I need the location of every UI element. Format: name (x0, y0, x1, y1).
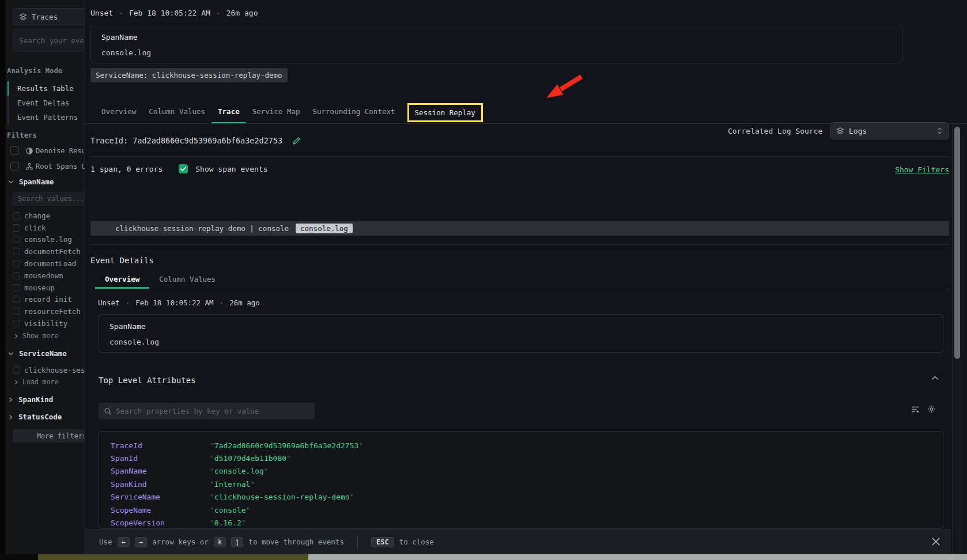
more-filters-button[interactable]: More filters (13, 429, 85, 442)
filter-value-label: change (24, 211, 50, 220)
filter-value-item: visibility (13, 317, 85, 330)
filter-value-checkbox[interactable] (13, 320, 20, 327)
tab-surrounding-context[interactable]: Surrounding Context (307, 107, 402, 123)
scrollbar-thumb[interactable] (954, 127, 960, 359)
attribute-value[interactable]: "Internal" (210, 480, 255, 489)
attribute-key[interactable]: ServiceName (111, 493, 210, 501)
layers-icon (19, 13, 27, 21)
mode-results-table[interactable]: Results Table (7, 81, 85, 96)
esc-key[interactable]: ESC (371, 537, 394, 547)
filter-value-checkbox[interactable] (13, 260, 20, 267)
chevron-right-icon (14, 380, 18, 385)
attribute-row: ScopeName"console" (99, 504, 943, 516)
filter-value-checkbox[interactable] (13, 224, 20, 232)
layers-icon (836, 127, 844, 135)
filter-value-label: resourceFetch (24, 307, 81, 316)
sidebar-search-input[interactable] (13, 29, 85, 51)
attribute-key[interactable]: SpanId (111, 454, 210, 463)
filter-value-checkbox[interactable] (13, 308, 20, 315)
root-spans-checkbox[interactable] (10, 162, 19, 171)
j-key[interactable]: j (231, 537, 243, 547)
statuscode-section-header[interactable]: StatusCode (8, 413, 62, 421)
service-name-badge[interactable]: ServiceName: clickhouse-session-replay-d… (90, 68, 288, 82)
filter-value-item: documentLoad (13, 258, 85, 270)
top-level-attributes-title: Top Level Attributes (99, 376, 196, 385)
event-relative-time: 26m ago (229, 298, 260, 307)
arrow-right-key[interactable]: → (135, 537, 147, 547)
spanname-value-search-input[interactable] (13, 192, 85, 205)
filter-value-checkbox[interactable] (13, 212, 20, 220)
analysis-mode-label: Analysis Mode (7, 67, 63, 75)
sidebar-search[interactable] (13, 29, 85, 52)
mode-event-deltas[interactable]: Event Deltas (7, 96, 85, 110)
spankind-section-header[interactable]: SpanKind (8, 395, 53, 404)
waterfall-label: clickhouse-session-replay-demo | console (115, 224, 289, 233)
attribute-key[interactable]: SpanName (111, 467, 210, 475)
spanname-show-more[interactable]: Show more (14, 332, 58, 340)
footer-hint-text: arrow keys or (152, 538, 209, 546)
denoise-checkbox[interactable] (10, 146, 19, 155)
show-filters-link[interactable]: Show Filters (895, 165, 949, 174)
denoise-label: Denoise Results (36, 147, 85, 155)
k-key[interactable]: k (214, 537, 226, 547)
spanname-section-header[interactable]: SpanName (8, 177, 54, 186)
event-details-tab-overview[interactable]: Overview (95, 271, 149, 289)
span-card-value: console.log (101, 48, 151, 57)
property-search-input[interactable] (116, 407, 309, 415)
span-summary-row: 1 span, 0 errors Show span events (90, 164, 267, 173)
edit-pencil-icon[interactable] (292, 137, 301, 145)
span-name-card: SpanName console.log (90, 25, 902, 63)
footer-hint-text: to close (399, 538, 434, 546)
tab-overview[interactable]: Overview (95, 107, 142, 123)
attribute-key[interactable]: ScopeName (111, 506, 210, 514)
tab-trace[interactable]: Trace (211, 107, 246, 123)
filter-value-checkbox[interactable] (13, 236, 20, 243)
attribute-row: ServiceName"clickhouse-session-replay-de… (99, 491, 943, 504)
footer-hint-text: to move through events (248, 538, 344, 546)
status-badge: Unset (98, 298, 120, 307)
drawer-footer: Use ← → arrow keys or k j to move throug… (85, 529, 951, 554)
filter-value-checkbox[interactable] (13, 296, 20, 303)
attribute-value[interactable]: "clickhouse-session-replay-demo" (210, 493, 354, 501)
attribute-key[interactable]: SpanKind (111, 480, 210, 489)
attribute-value[interactable]: "d51079d4eb11b080" (210, 454, 291, 463)
tab-column-values[interactable]: Column Values (142, 107, 211, 123)
arrow-left-key[interactable]: ← (118, 537, 130, 547)
filter-value-checkbox[interactable] (13, 248, 20, 255)
status-badge: Unset (90, 9, 113, 17)
chevron-right-icon (8, 414, 13, 420)
span-summary: 1 span, 0 errors (90, 165, 163, 173)
attribute-key[interactable]: TraceId (111, 441, 210, 450)
attribute-row: SpanKind"Internal" (99, 478, 943, 490)
event-details-tab-column-values[interactable]: Column Values (149, 271, 225, 289)
source-selector-button[interactable]: Traces (13, 8, 85, 25)
property-search[interactable] (99, 403, 315, 419)
collapse-chevron-up-icon[interactable] (931, 374, 939, 382)
mode-event-patterns[interactable]: Event Patterns (7, 110, 85, 124)
tab-service-map[interactable]: Service Map (246, 107, 307, 123)
attribute-value[interactable]: "console" (210, 506, 250, 514)
chevron-right-icon (14, 334, 18, 339)
trace-waterfall-bar[interactable]: clickhouse-session-replay-demo | console… (90, 221, 949, 236)
attribute-key[interactable]: ScopeVersion (111, 519, 210, 527)
servicename-section-header[interactable]: ServiceName (8, 349, 67, 358)
close-icon[interactable] (930, 536, 942, 547)
wrap-lines-icon[interactable] (911, 404, 920, 414)
attribute-value[interactable]: "7ad2ad8660c9d53969a6bf6a3e2d2753" (210, 441, 363, 450)
filter-value-checkbox[interactable] (13, 272, 20, 279)
servicename-load-more[interactable]: Load more (14, 378, 58, 386)
filter-value-checkbox[interactable] (13, 366, 20, 374)
attribute-value[interactable]: "0.16.2" (210, 519, 246, 527)
filter-value-label: console.log (24, 235, 72, 244)
filter-value-item: click (13, 222, 85, 234)
trace-id-text: TraceId: 7ad2ad8660c9d53969a6bf6a3e2d275… (90, 136, 282, 145)
filter-value-checkbox[interactable] (13, 284, 20, 292)
show-span-events-checkbox[interactable] (179, 164, 188, 173)
gear-icon[interactable] (927, 404, 936, 414)
tab-session-replay[interactable]: Session Replay (407, 103, 483, 122)
attribute-value[interactable]: "console.log" (210, 467, 269, 475)
log-source-select[interactable]: Logs (830, 122, 949, 139)
spanname-value-search[interactable] (13, 192, 85, 206)
scrollbar-track[interactable] (952, 124, 961, 554)
divider (90, 156, 949, 157)
